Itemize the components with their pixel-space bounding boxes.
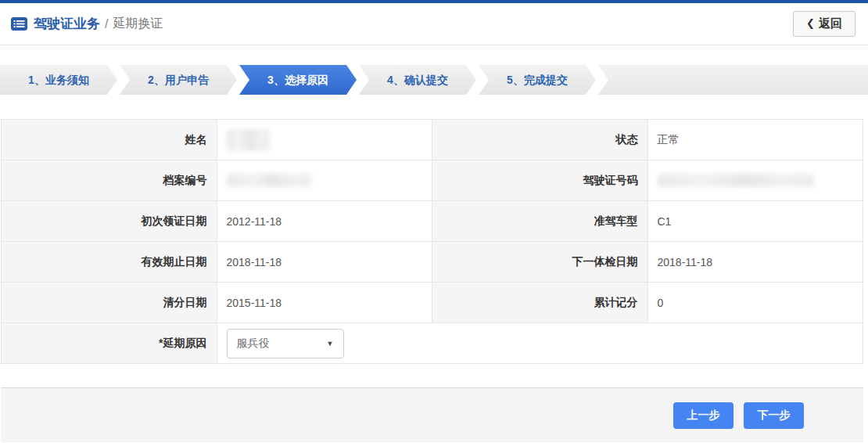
field-label-points-clear-date: 清分日期 bbox=[2, 283, 217, 323]
field-label-next-physical-date: 下一体检日期 bbox=[432, 242, 648, 283]
extension-reason-select[interactable]: 服兵役 ▼ bbox=[227, 329, 344, 358]
field-value-name bbox=[217, 120, 432, 160]
field-label-vehicle-class: 准驾车型 bbox=[432, 201, 648, 242]
back-button[interactable]: ❮ 返回 bbox=[793, 11, 855, 37]
table-row: 初次领证日期 2012-11-18 准驾车型 C1 bbox=[2, 201, 863, 242]
table-row: 有效期止日期 2018-11-18 下一体检日期 2018-11-18 bbox=[2, 242, 863, 283]
step-4-confirm-submit[interactable]: 4、确认提交 bbox=[359, 65, 476, 95]
redacted-value bbox=[227, 174, 311, 187]
field-value-status: 正常 bbox=[647, 120, 863, 160]
selected-option-label: 服兵役 bbox=[237, 337, 270, 351]
table-row: 档案编号 驾驶证号码 bbox=[2, 160, 863, 201]
step-5-complete-submit[interactable]: 5、完成提交 bbox=[479, 65, 596, 95]
field-value-first-license-date: 2012-11-18 bbox=[217, 201, 432, 242]
field-value-file-number bbox=[217, 160, 432, 201]
field-label-file-number: 档案编号 bbox=[2, 160, 217, 201]
license-info-table: 姓名 状态 正常 档案编号 驾驶证号码 初次领证日期 2012-11-18 准驾… bbox=[1, 119, 863, 364]
field-label-license-number: 驾驶证号码 bbox=[432, 160, 648, 201]
back-button-label: 返回 bbox=[819, 16, 842, 31]
redacted-value bbox=[227, 129, 270, 151]
step-bar-tail bbox=[598, 65, 868, 95]
list-icon bbox=[11, 17, 27, 31]
breadcrumb-current: 延期换证 bbox=[113, 16, 163, 32]
step-3-select-reason[interactable]: 3、选择原因 bbox=[239, 65, 357, 95]
field-value-next-physical-date: 2018-11-18 bbox=[647, 242, 863, 283]
table-row: 姓名 状态 正常 bbox=[2, 120, 863, 160]
caret-down-icon: ▼ bbox=[327, 340, 334, 348]
step-1-business-notice[interactable]: 1、业务须知 bbox=[0, 65, 117, 95]
field-value-valid-until: 2018-11-18 bbox=[217, 242, 432, 283]
table-row: *延期原因 服兵役 ▼ bbox=[2, 323, 863, 364]
step-2-user-declaration[interactable]: 2、用户申告 bbox=[120, 65, 237, 95]
field-label-valid-until: 有效期止日期 bbox=[2, 242, 217, 283]
field-label-accumulated-points: 累计记分 bbox=[432, 283, 648, 323]
table-row: 清分日期 2015-11-18 累计记分 0 bbox=[2, 283, 863, 323]
step-wizard: 1、业务须知 2、用户申告 3、选择原因 4、确认提交 5、完成提交 bbox=[0, 65, 868, 95]
field-value-extension-reason: 服兵役 ▼ bbox=[217, 323, 863, 364]
redacted-value bbox=[658, 174, 814, 187]
field-value-vehicle-class: C1 bbox=[647, 201, 863, 242]
field-label-first-license-date: 初次领证日期 bbox=[2, 201, 217, 242]
field-label-status: 状态 bbox=[432, 120, 648, 160]
action-footer: 上一步 下一步 bbox=[1, 387, 863, 442]
chevron-left-icon: ❮ bbox=[806, 17, 815, 29]
page-title: 驾驶证业务 bbox=[34, 15, 100, 33]
field-value-accumulated-points: 0 bbox=[647, 283, 863, 323]
field-value-points-clear-date: 2015-11-18 bbox=[217, 283, 432, 323]
breadcrumb-separator: / bbox=[105, 17, 108, 31]
next-step-button[interactable]: 下一步 bbox=[744, 402, 804, 429]
previous-step-button[interactable]: 上一步 bbox=[673, 402, 733, 429]
field-label-name: 姓名 bbox=[2, 120, 217, 160]
field-value-license-number bbox=[647, 160, 863, 201]
field-label-extension-reason: *延期原因 bbox=[2, 323, 217, 364]
page-header: 驾驶证业务 / 延期换证 ❮ 返回 bbox=[0, 3, 868, 45]
